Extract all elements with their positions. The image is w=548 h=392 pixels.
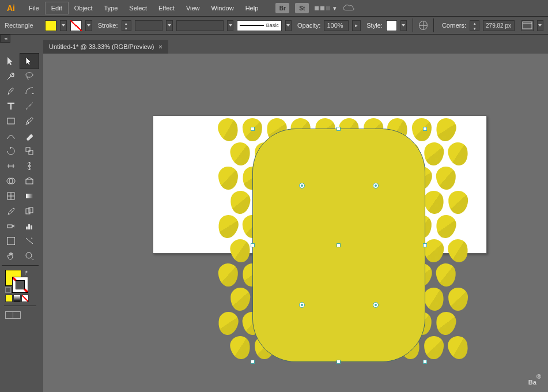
menu-type[interactable]: Type: [99, 2, 124, 14]
tool-shape-builder[interactable]: [2, 174, 20, 189]
tool-rotate[interactable]: [2, 144, 20, 159]
profile-dropdown[interactable]: [227, 20, 233, 31]
menu-help[interactable]: Help: [240, 2, 264, 14]
tool-paintbrush[interactable]: [20, 114, 39, 129]
fill-swatch[interactable]: [45, 20, 57, 31]
selection-type-label: Rectangle: [5, 22, 41, 29]
selection-handle[interactable]: [423, 243, 427, 247]
tool-gradient[interactable]: [20, 189, 39, 203]
fill-dropdown[interactable]: [60, 20, 66, 31]
tool-pen[interactable]: [2, 84, 20, 99]
tool-artboard[interactable]: [2, 233, 20, 248]
align-to-icon[interactable]: [521, 20, 534, 31]
corners-input[interactable]: 279.82 px: [483, 20, 515, 31]
screen-mode-icon[interactable]: [5, 311, 21, 319]
opacity-input[interactable]: 100%: [324, 20, 349, 31]
tool-blend[interactable]: [20, 203, 39, 218]
stock-badge[interactable]: St: [295, 3, 309, 13]
svg-rect-8: [26, 179, 33, 184]
stroke-dropdown[interactable]: [85, 20, 92, 31]
tool-slice[interactable]: [20, 233, 39, 248]
selection-handle[interactable]: [251, 243, 255, 247]
tool-column-graph[interactable]: [20, 218, 39, 233]
tool-free-transform[interactable]: [20, 159, 39, 174]
tool-lasso[interactable]: [20, 69, 39, 84]
tool-rectangle[interactable]: [2, 114, 20, 129]
menu-effect[interactable]: Effect: [153, 2, 180, 14]
tool-direct-selection[interactable]: [20, 54, 39, 69]
tool-shaper[interactable]: [2, 129, 20, 144]
canvas[interactable]: Ba®: [43, 54, 548, 392]
gpu-preview-icon[interactable]: [342, 3, 355, 13]
svg-rect-4: [29, 150, 33, 154]
svg-rect-16: [31, 225, 32, 229]
stroke-weight-spinner[interactable]: [122, 20, 131, 31]
selection-handle[interactable]: [337, 243, 341, 247]
stroke-weight-input[interactable]: [135, 20, 163, 31]
live-corner-widget[interactable]: [373, 183, 379, 189]
menu-edit[interactable]: Edit: [45, 2, 69, 14]
gradient-mode-icon[interactable]: [13, 295, 21, 302]
recolor-artwork-icon[interactable]: [419, 21, 428, 30]
stroke-weight-dropdown[interactable]: [166, 20, 172, 31]
tool-curvature[interactable]: [20, 84, 39, 99]
variable-width-profile[interactable]: [176, 20, 224, 31]
tool-mesh[interactable]: [2, 189, 20, 203]
document-tab[interactable]: Untitled-1* @ 33.33% (RGB/Preview) ×: [43, 40, 168, 54]
menu-window[interactable]: Window: [206, 2, 240, 14]
tool-eyedropper[interactable]: [2, 203, 20, 218]
stroke-swatch[interactable]: [70, 20, 82, 31]
svg-rect-2: [7, 118, 14, 124]
tool-type[interactable]: [2, 99, 20, 114]
selection-handle[interactable]: [251, 127, 255, 131]
default-colors-icon[interactable]: [5, 287, 11, 293]
fill-stroke-proxy[interactable]: ↱: [5, 270, 28, 293]
selection-handle[interactable]: [251, 360, 255, 364]
live-corner-widget[interactable]: [299, 183, 305, 189]
menu-view[interactable]: View: [180, 2, 206, 14]
tool-scale[interactable]: [20, 144, 39, 159]
selection-handle[interactable]: [337, 127, 341, 131]
divider: [433, 18, 434, 32]
watermark-text: Ba®: [528, 371, 541, 389]
tool-zoom[interactable]: [20, 248, 39, 263]
opacity-label: Opacity:: [297, 22, 320, 29]
svg-rect-15: [28, 224, 30, 229]
stroke-color-box[interactable]: [12, 277, 28, 293]
tool-hand[interactable]: [2, 248, 20, 263]
selection-handle[interactable]: [423, 360, 427, 364]
svg-rect-12: [29, 208, 33, 213]
tool-perspective[interactable]: [20, 174, 39, 189]
menu-file[interactable]: File: [23, 2, 45, 14]
panel-collapse-toggle[interactable]: [0, 35, 10, 43]
live-corner-widget[interactable]: [299, 302, 305, 308]
svg-rect-17: [7, 238, 14, 244]
svg-rect-11: [26, 209, 30, 214]
tool-width[interactable]: [2, 159, 20, 174]
selection-handle[interactable]: [337, 360, 341, 364]
none-mode-icon[interactable]: [21, 295, 29, 302]
align-dropdown[interactable]: [537, 20, 543, 31]
arrange-documents-icon[interactable]: ▾: [315, 5, 337, 12]
tool-selection[interactable]: [2, 54, 20, 69]
color-mode-icon[interactable]: [5, 295, 13, 302]
graphic-style-swatch[interactable]: [386, 20, 397, 31]
brush-definition[interactable]: Basic: [237, 20, 281, 31]
bridge-badge[interactable]: Br: [275, 3, 289, 13]
corners-spinner[interactable]: [470, 20, 479, 31]
style-dropdown[interactable]: [400, 20, 407, 31]
menu-object[interactable]: Object: [69, 2, 99, 14]
selection-handle[interactable]: [423, 127, 427, 131]
tool-eraser[interactable]: [20, 129, 39, 144]
close-tab-icon[interactable]: ×: [158, 43, 162, 50]
opacity-flyout[interactable]: [352, 20, 361, 31]
tools-panel: ↱: [2, 54, 39, 321]
tool-symbol-sprayer[interactable]: [2, 218, 20, 233]
live-corner-widget[interactable]: [373, 302, 379, 308]
tool-line[interactable]: [20, 99, 39, 114]
tool-magic-wand[interactable]: [2, 69, 20, 84]
menu-select[interactable]: Select: [123, 2, 153, 14]
brush-dropdown[interactable]: [285, 20, 292, 31]
swap-fill-stroke-icon[interactable]: ↱: [24, 270, 28, 276]
document-title: Untitled-1* @ 33.33% (RGB/Preview): [49, 43, 154, 50]
